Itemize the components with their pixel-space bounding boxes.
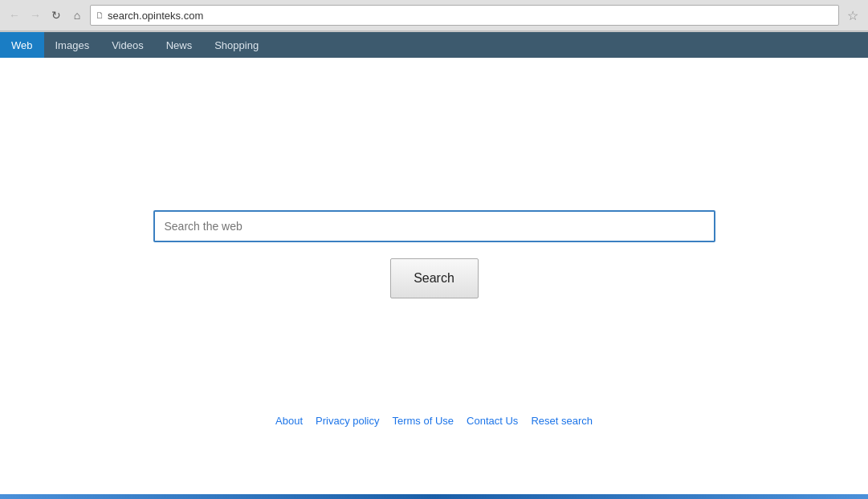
browser-toolbar: ← → ↻ ⌂ 🗋 ☆ — [0, 0, 868, 31]
forward-button[interactable]: → — [27, 7, 43, 23]
forward-icon: → — [30, 9, 41, 22]
search-container: Search — [0, 210, 868, 298]
footer-links: About Privacy policy Terms of Use Contac… — [0, 415, 868, 427]
search-button[interactable]: Search — [390, 258, 479, 298]
footer-link-privacy[interactable]: Privacy policy — [316, 415, 379, 427]
star-icon: ☆ — [847, 8, 858, 23]
home-icon: ⌂ — [74, 9, 80, 22]
footer-link-terms[interactable]: Terms of Use — [392, 415, 454, 427]
back-button[interactable]: ← — [6, 7, 22, 23]
footer-link-contact[interactable]: Contact Us — [467, 415, 518, 427]
back-icon: ← — [9, 9, 20, 22]
nav-bar: Web Images Videos News Shopping — [0, 32, 868, 58]
search-input[interactable] — [153, 210, 715, 242]
bookmark-button[interactable]: ☆ — [844, 6, 862, 24]
nav-item-images[interactable]: Images — [44, 32, 101, 58]
main-content: Search — [0, 58, 868, 499]
home-button[interactable]: ⌂ — [69, 7, 85, 23]
nav-item-shopping[interactable]: Shopping — [203, 32, 270, 58]
address-bar-input[interactable] — [108, 10, 833, 22]
search-button-label: Search — [414, 271, 454, 285]
nav-item-videos[interactable]: Videos — [100, 32, 155, 58]
refresh-button[interactable]: ↻ — [48, 7, 64, 23]
nav-item-news[interactable]: News — [155, 32, 204, 58]
nav-item-web[interactable]: Web — [0, 32, 44, 58]
bottom-bar — [0, 494, 868, 499]
footer-link-about[interactable]: About — [275, 415, 303, 427]
page-icon: 🗋 — [96, 10, 104, 20]
address-bar-wrapper: 🗋 — [90, 5, 839, 26]
footer-link-reset[interactable]: Reset search — [531, 415, 593, 427]
refresh-icon: ↻ — [51, 9, 61, 22]
browser-chrome: ← → ↻ ⌂ 🗋 ☆ — [0, 0, 868, 32]
